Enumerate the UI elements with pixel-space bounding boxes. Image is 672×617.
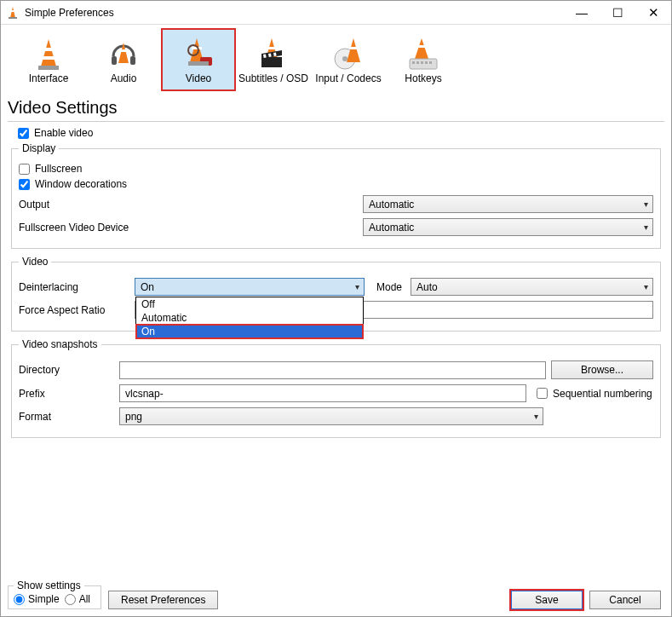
tab-label: Video <box>186 72 211 84</box>
svg-rect-32 <box>421 61 423 64</box>
output-select[interactable]: Automatic <box>363 195 653 213</box>
tab-label: Input / Codecs <box>315 72 381 84</box>
enable-video-checkbox[interactable]: Enable video <box>18 127 661 139</box>
directory-label: Directory <box>19 364 114 376</box>
svg-marker-27 <box>415 38 428 59</box>
title-bar: Simple Preferences — ☐ ✕ <box>1 1 671 25</box>
fullscreen-device-label: Fullscreen Video Device <box>19 222 358 234</box>
prefix-label: Prefix <box>19 388 114 400</box>
window-decorations-input[interactable] <box>19 179 30 190</box>
directory-input[interactable] <box>119 361 546 379</box>
enable-video-input[interactable] <box>18 128 29 139</box>
deinterlacing-dropdown: Off Automatic On <box>135 297 364 339</box>
format-value: png <box>125 411 142 423</box>
svg-rect-15 <box>188 61 209 66</box>
sequential-checkbox[interactable]: Sequential numbering <box>537 388 652 400</box>
format-select[interactable]: png <box>119 407 543 425</box>
deinterlacing-label: Deinterlacing <box>19 281 129 293</box>
deinterlacing-option-automatic[interactable]: Automatic <box>136 311 363 325</box>
window-decorations-label: Window decorations <box>35 178 127 190</box>
enable-video-label: Enable video <box>34 127 93 139</box>
fullscreen-checkbox[interactable]: Fullscreen <box>19 163 653 175</box>
save-label: Save <box>535 594 558 606</box>
show-settings-legend: Show settings <box>14 580 84 591</box>
mode-label: Mode <box>370 281 405 293</box>
svg-rect-8 <box>130 56 135 65</box>
svg-rect-7 <box>112 56 117 65</box>
tab-video[interactable]: Video <box>161 28 236 91</box>
deinterlacing-select[interactable]: On Off Automatic On <box>135 278 365 296</box>
close-button[interactable]: ✕ <box>635 1 671 25</box>
radio-simple[interactable]: Simple <box>14 593 60 605</box>
tab-input-codecs[interactable]: Input / Codecs <box>311 28 386 91</box>
fullscreen-device-select[interactable]: Automatic <box>363 218 653 236</box>
tab-audio[interactable]: Audio <box>86 28 161 91</box>
deinterlacing-option-on[interactable]: On <box>136 325 363 338</box>
svg-rect-26 <box>349 47 358 49</box>
fullscreen-device-value: Automatic <box>369 222 414 234</box>
format-label: Format <box>19 411 114 423</box>
svg-rect-1 <box>9 17 17 19</box>
mode-select[interactable]: Auto <box>411 278 653 296</box>
svg-rect-30 <box>412 61 415 64</box>
tab-subtitles[interactable]: Subtitles / OSD <box>236 28 311 91</box>
svg-rect-10 <box>120 49 127 52</box>
tab-hotkeys[interactable]: Hotkeys <box>386 28 461 91</box>
sequential-input[interactable] <box>537 388 548 399</box>
reset-label: Reset Preferences <box>121 594 205 606</box>
cancel-button[interactable]: Cancel <box>589 591 661 609</box>
browse-label: Browse... <box>581 364 623 376</box>
video-legend: Video <box>19 256 51 268</box>
page-title: Video Settings <box>1 91 671 121</box>
radio-all-input[interactable] <box>65 594 76 605</box>
display-group: Display Fullscreen Window decorations Ou… <box>11 142 661 249</box>
svg-rect-34 <box>429 61 432 64</box>
video-group: Video Deinterlacing On Off Automatic On … <box>11 256 661 332</box>
radio-all[interactable]: All <box>65 593 90 605</box>
save-button[interactable]: Save <box>511 591 583 609</box>
fullscreen-input[interactable] <box>19 164 30 175</box>
tab-interface[interactable]: Interface <box>11 28 86 91</box>
output-label: Output <box>19 199 358 210</box>
svg-rect-28 <box>416 45 427 48</box>
snapshots-group: Video snapshots Directory Browse... Pref… <box>11 338 661 438</box>
maximize-button[interactable]: ☐ <box>600 1 635 25</box>
svg-rect-33 <box>425 61 428 64</box>
browse-button[interactable]: Browse... <box>551 360 653 379</box>
aspect-label: Force Aspect Ratio <box>19 304 129 316</box>
cancel-label: Cancel <box>609 594 640 606</box>
reset-preferences-button[interactable]: Reset Preferences <box>108 591 218 609</box>
svg-rect-4 <box>38 66 59 70</box>
svg-rect-2 <box>11 10 14 12</box>
bottom-bar: Show settings Simple All Reset Preferenc… <box>1 577 671 616</box>
radio-simple-input[interactable] <box>14 594 25 605</box>
disc-cone-icon <box>331 37 365 72</box>
tab-label: Subtitles / OSD <box>238 72 308 84</box>
svg-rect-5 <box>44 48 53 51</box>
fullscreen-label: Fullscreen <box>35 163 82 175</box>
tab-label: Hotkeys <box>405 72 441 84</box>
divider <box>8 121 664 122</box>
tab-label: Interface <box>29 72 69 84</box>
minimize-button[interactable]: — <box>564 1 600 25</box>
window-decorations-checkbox[interactable]: Window decorations <box>19 178 653 190</box>
headphones-cone-icon <box>108 37 139 72</box>
deinterlacing-value: On <box>141 281 154 293</box>
app-cone-icon <box>6 6 20 20</box>
cone-icon <box>33 37 64 72</box>
svg-marker-0 <box>10 7 15 18</box>
deinterlacing-option-off[interactable]: Off <box>136 297 363 311</box>
show-settings-group: Show settings Simple All <box>8 580 101 609</box>
snapshots-legend: Video snapshots <box>19 338 101 350</box>
radio-simple-label: Simple <box>28 593 60 605</box>
category-tabs: Interface Audio Video Subtitles / OSD In… <box>1 25 671 91</box>
keyboard-cone-icon <box>406 37 440 72</box>
svg-rect-6 <box>43 56 55 60</box>
svg-rect-17 <box>267 47 277 49</box>
tab-label: Audio <box>111 72 137 84</box>
svg-rect-31 <box>416 61 419 64</box>
svg-point-24 <box>342 56 347 61</box>
radio-all-label: All <box>79 593 90 605</box>
prefix-input[interactable] <box>119 384 526 402</box>
output-value: Automatic <box>369 199 414 210</box>
